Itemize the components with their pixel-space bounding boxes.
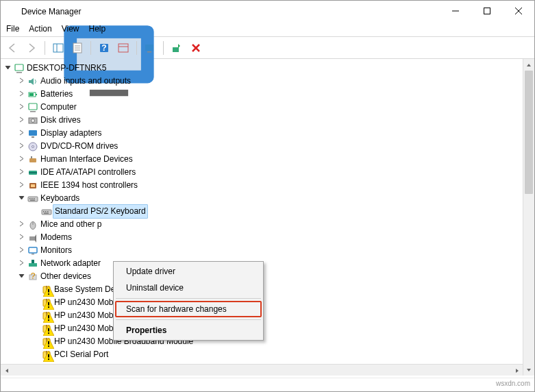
tree-label: Other devices <box>39 270 91 283</box>
dvd-icon <box>27 141 39 152</box>
tree-item-selected[interactable]: Standard PS/2 Keyboard <box>2 205 533 218</box>
expander-icon[interactable] <box>16 88 27 101</box>
computer-icon <box>13 63 25 74</box>
scroll-up-arrow[interactable] <box>523 59 534 71</box>
ide-icon <box>27 167 39 178</box>
scroll-thumb[interactable] <box>525 71 533 194</box>
expander-icon[interactable] <box>16 270 27 283</box>
scroll-right-arrow[interactable] <box>511 365 523 376</box>
ctx-separator <box>116 298 261 299</box>
unknown-icon <box>40 310 53 321</box>
ctx-update-driver[interactable]: Update driver <box>115 263 262 280</box>
other-icon <box>27 271 39 282</box>
watermark: wsxdn.com <box>1 378 534 391</box>
tree-label: Network adapter <box>39 257 101 270</box>
scroll-left-arrow[interactable] <box>1 365 12 376</box>
tree-item[interactable]: Base System Device <box>2 283 533 296</box>
tree-item[interactable]: DVD/CD-ROM drives <box>2 140 533 153</box>
tree-item[interactable]: Monitors <box>2 244 533 257</box>
tree-item[interactable]: Display adapters <box>2 127 533 140</box>
forward-button[interactable] <box>24 40 39 56</box>
tree-item[interactable]: Network adapter <box>2 257 533 270</box>
back-button[interactable] <box>5 40 20 56</box>
vertical-scrollbar[interactable] <box>523 59 534 376</box>
svg-text:?: ? <box>101 43 106 53</box>
expander-icon[interactable] <box>16 101 27 114</box>
titlebar: Device Manager <box>1 1 534 23</box>
scan-hardware-button[interactable] <box>142 40 158 56</box>
tree-label: IDE ATA/ATAPI controllers <box>39 166 136 179</box>
tree-item[interactable]: Computer <box>2 101 533 114</box>
tree-item[interactable]: IEEE 1394 host controllers <box>2 179 533 192</box>
tree-item[interactable]: HP un2430 Mobile Broadband Module <box>2 335 533 348</box>
tree-item[interactable]: Batteries <box>2 88 533 101</box>
tree-item[interactable]: DESKTOP-DFTNRK5 <box>2 62 533 75</box>
horizontal-scrollbar[interactable] <box>1 364 523 376</box>
tree-label: DESKTOP-DFTNRK5 <box>25 62 106 75</box>
uninstall-button[interactable] <box>188 40 203 56</box>
tree-item[interactable]: Keyboards <box>2 192 533 205</box>
audio-icon <box>27 76 39 87</box>
maximize-button[interactable] <box>471 1 503 21</box>
expander-icon[interactable] <box>16 244 27 257</box>
menu-view[interactable]: View <box>62 24 79 34</box>
menu-help[interactable]: Help <box>89 24 106 34</box>
tree-item[interactable]: Other devices <box>2 270 533 283</box>
tree-item[interactable]: Disk drives <box>2 114 533 127</box>
expander-icon[interactable] <box>16 257 27 270</box>
scroll-down-arrow[interactable] <box>523 364 534 376</box>
expander-icon[interactable] <box>16 231 27 244</box>
tree-item[interactable]: Human Interface Devices <box>2 153 533 166</box>
expander-icon[interactable] <box>16 218 27 231</box>
tree-item[interactable]: Modems <box>2 231 533 244</box>
ieee-icon <box>27 180 39 191</box>
unknown-icon <box>40 284 53 295</box>
tree-label: Modems <box>39 231 72 244</box>
svg-rect-53 <box>119 44 128 52</box>
tree-item[interactable]: Mice and other p <box>2 218 533 231</box>
tree-label: Disk drives <box>39 114 81 127</box>
tree-item[interactable]: IDE ATA/ATAPI controllers <box>2 166 533 179</box>
expander-icon[interactable] <box>16 192 27 205</box>
tree-label: Mice and other p <box>39 218 101 231</box>
help-button[interactable]: ? <box>97 40 112 56</box>
context-menu: Update driver Uninstall device Scan for … <box>113 261 264 341</box>
show-hide-console-button[interactable] <box>51 40 66 56</box>
tree-item[interactable]: HP un2430 Mobile Broadband Module <box>2 309 533 322</box>
expander-icon[interactable] <box>16 166 27 179</box>
expander-icon[interactable] <box>16 75 27 88</box>
keyboard-icon <box>27 193 39 204</box>
ctx-properties[interactable]: Properties <box>115 322 262 339</box>
tree-item[interactable]: Audio inputs and outputs <box>2 75 533 88</box>
svg-rect-55 <box>145 45 153 51</box>
tree-item[interactable]: HP un2430 Mobile Broadband Module <box>2 296 533 309</box>
menu-action[interactable]: Action <box>29 24 51 34</box>
tree-item[interactable]: PCI Serial Port <box>2 348 533 361</box>
ctx-uninstall-device[interactable]: Uninstall device <box>115 280 262 296</box>
battery-icon <box>27 89 39 100</box>
expander-icon[interactable] <box>16 179 27 192</box>
svg-rect-56 <box>147 51 151 53</box>
action-center-button[interactable] <box>116 40 131 56</box>
ctx-scan-hardware[interactable]: Scan for hardware changes <box>115 301 262 317</box>
expander-icon[interactable] <box>16 153 27 166</box>
tree-label: Monitors <box>39 244 72 257</box>
tree-item[interactable]: HP un2430 Mobile Broadband Module <box>2 322 533 335</box>
monitor-icon <box>27 245 39 256</box>
tree-label: Computer <box>39 101 77 114</box>
unknown-icon <box>40 350 53 360</box>
menu-file[interactable]: File <box>6 24 19 34</box>
minimize-button[interactable] <box>440 1 471 21</box>
svg-rect-57 <box>173 47 179 52</box>
expander-icon[interactable] <box>2 62 13 75</box>
expander-icon[interactable] <box>16 127 27 140</box>
update-driver-button[interactable] <box>169 40 184 56</box>
properties-button[interactable] <box>70 40 85 56</box>
display-icon <box>27 128 39 139</box>
expander-icon[interactable] <box>16 114 27 127</box>
close-button[interactable] <box>503 1 534 21</box>
tree-label: Batteries <box>39 88 73 101</box>
tree-label: Standard PS/2 Keyboard <box>53 204 148 219</box>
ctx-separator <box>116 319 261 320</box>
expander-icon[interactable] <box>16 140 27 153</box>
